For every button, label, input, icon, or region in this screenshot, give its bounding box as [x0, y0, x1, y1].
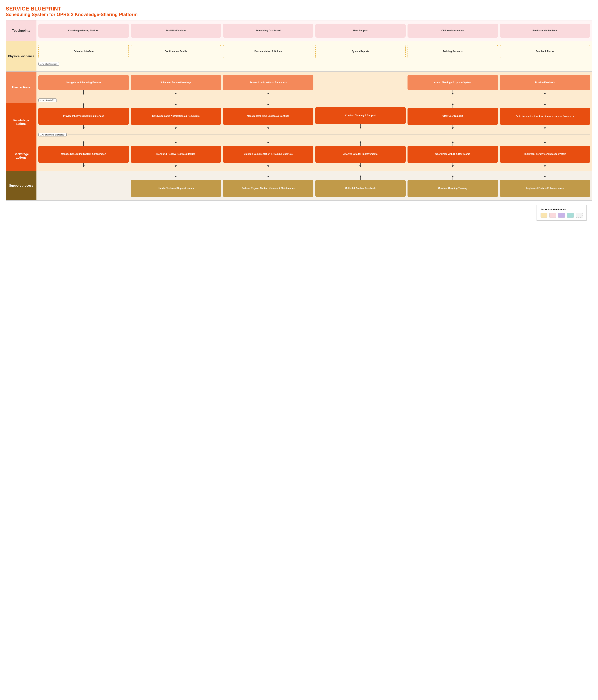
list-item: Provide Intuitive Scheduling Interface [39, 103, 129, 129]
user-actions-content: Navigate to Scheduling Feature Schedule/… [36, 72, 592, 103]
arrow-up-s2 [175, 175, 177, 180]
list-item: Analyze Data for Improvements [315, 141, 406, 167]
list-item: Documentation & Guides [223, 45, 314, 58]
touchpoints-label: Touchpoints [6, 20, 36, 41]
list-item: Manage Real-Time Updates & Conflicts [223, 103, 314, 129]
physical-card-3: Documentation & Guides [223, 45, 314, 58]
arrow-down-f5 [452, 125, 454, 129]
list-item: Send Automated Notifications & Reminders [131, 103, 221, 129]
arrow-down-b3 [267, 163, 269, 167]
frontstage-card-2: Send Automated Notifications & Reminders [131, 108, 221, 125]
arrow-up-s6 [544, 175, 546, 180]
arrow-down-b4 [359, 163, 361, 167]
list-item: Attend Meetings & Update System [407, 75, 498, 95]
frontstage-card-5: Offer User Support [407, 108, 498, 125]
swatch-purple [558, 213, 565, 218]
physical-card-6: Feedback Forms [500, 45, 590, 58]
list-item: Navigate to Scheduling Feature [39, 75, 129, 95]
frontstage-label: Frontstage actions [6, 103, 36, 141]
arrow-down-1 [83, 90, 84, 95]
user-actions-label: User actions [6, 72, 36, 103]
arrow-down-b1 [83, 163, 84, 167]
arrow-up-s5 [452, 175, 454, 180]
frontstage-card-6: Collects completed feedback forms or sur… [500, 108, 590, 125]
user-card-1: Navigate to Scheduling Feature [39, 75, 129, 90]
backstage-card-1: Manage Scheduling System & Integration [39, 146, 129, 163]
list-item: Implement Iterative changes to system [500, 141, 590, 167]
support-process-row: Support process Handle Technical Support… [6, 171, 592, 200]
user-card-5: Attend Meetings & Update System [407, 75, 498, 90]
backstage-card-5: Coordinate with IT & Dev Teams [407, 146, 498, 163]
arrow-down-b2 [175, 163, 177, 167]
list-item: Implement Feature Enhancements [500, 175, 590, 197]
physical-card-1: Calendar Interface [39, 45, 129, 58]
user-card-6: Provide Feedback [500, 75, 590, 90]
frontstage-actions-row: Frontstage actions Provide Intuitive Sch… [6, 103, 592, 141]
frontstage-content: Provide Intuitive Scheduling Interface S… [36, 103, 592, 141]
list-item: Monitor & Resolve Technical Issues [131, 141, 221, 167]
arrow-up-b2 [175, 141, 177, 146]
swatch-pink [549, 213, 556, 218]
physical-evidence-row: Physical evidence Calendar Interface Con… [6, 41, 592, 72]
support-content: Handle Technical Support Issues Perform … [36, 171, 592, 200]
arrow-up-f6 [544, 103, 546, 108]
frontstage-cards: Provide Intuitive Scheduling Interface S… [39, 103, 590, 129]
legend-container: Actions and evidence [6, 205, 592, 221]
arrow-up-b1 [83, 141, 84, 146]
user-card-3: Review Confirmations/ Reminders [223, 75, 314, 90]
list-item: Children Information [407, 24, 498, 38]
touchpoints-cards: Knowledge-sharing Platform Email Notific… [39, 24, 590, 38]
touchpoints-row: Touchpoints Knowledge-sharing Platform E… [6, 20, 592, 41]
support-card-2: Handle Technical Support Issues [131, 180, 221, 197]
backstage-card-6: Implement Iterative changes to system [500, 146, 590, 163]
arrow-down-b6 [544, 163, 546, 167]
line-interaction-badge: Line of interaction [39, 62, 59, 66]
frontstage-card-1: Provide Intuitive Scheduling Interface [39, 108, 129, 125]
arrow-up-s3 [267, 175, 269, 180]
arrow-down-f1 [83, 125, 84, 129]
backstage-card-4: Analyze Data for Improvements [315, 146, 406, 163]
support-cards: Handle Technical Support Issues Perform … [39, 175, 590, 197]
line-internal-badge: Line of internal interaction [39, 133, 67, 136]
swatch-yellow [541, 213, 547, 218]
list-item: Calendar Interface [39, 45, 129, 58]
list-item: Schedule/ Request Meetings [131, 75, 221, 95]
list-item: User Support [315, 24, 406, 38]
arrow-down-b5 [452, 163, 454, 167]
list-item: System Reports [315, 45, 406, 58]
physical-cards: Calendar Interface Confirmation Emails D… [39, 45, 590, 58]
support-card-3: Perform Regular System Updates & Mainten… [223, 180, 314, 197]
list-item: Scheduling Dashboard [223, 24, 314, 38]
arrow-up-s4 [359, 175, 361, 180]
backstage-card-3: Maintain Documentation & Training Materi… [223, 146, 314, 163]
list-item: Conduct Training & Support [315, 103, 406, 129]
arrow-down-6 [544, 90, 546, 95]
touchpoint-card-4: User Support [315, 24, 406, 38]
backstage-label: Backstage actions [6, 141, 36, 171]
arrow-up-b3 [267, 141, 269, 146]
line-visibility-badge: Line of visibility [39, 98, 57, 102]
user-card-2: Schedule/ Request Meetings [131, 75, 221, 90]
list-item: Coordinate with IT & Dev Teams [407, 141, 498, 167]
blueprint-container: Touchpoints Knowledge-sharing Platform E… [6, 20, 592, 201]
list-item: Knowledge-sharing Platform [39, 24, 129, 38]
arrow-down-2 [175, 90, 177, 95]
user-action-cards: Navigate to Scheduling Feature Schedule/… [39, 75, 590, 95]
backstage-card-2: Monitor & Resolve Technical Issues [131, 146, 221, 163]
list-item: Conduct Ongoing Training [407, 175, 498, 197]
arrow-down-f6 [544, 125, 546, 129]
touchpoint-card-1: Knowledge-sharing Platform [39, 24, 129, 38]
arrow-up-b4 [359, 141, 361, 146]
arrow-up-f1 [83, 103, 84, 108]
swatch-white [576, 213, 582, 218]
legend-swatches [541, 213, 582, 218]
list-item: Review Confirmations/ Reminders [223, 75, 314, 95]
touchpoint-card-2: Email Notifications [131, 24, 221, 38]
arrow-up-f3 [267, 103, 269, 108]
line-of-interaction: Line of interaction [39, 62, 590, 66]
support-card-4: Collect & Analyze Feedback [315, 180, 406, 197]
swatch-teal [567, 213, 574, 218]
touchpoints-content: Knowledge-sharing Platform Email Notific… [36, 20, 592, 41]
support-card-6: Implement Feature Enhancements [500, 180, 590, 197]
legend-box: Actions and evidence [537, 205, 587, 221]
